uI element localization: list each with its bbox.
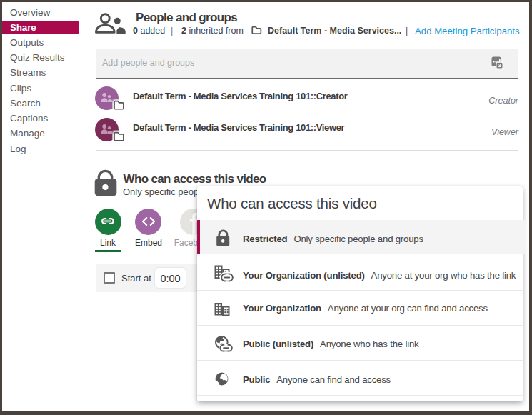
svg-text:3: 3 bbox=[498, 62, 501, 69]
